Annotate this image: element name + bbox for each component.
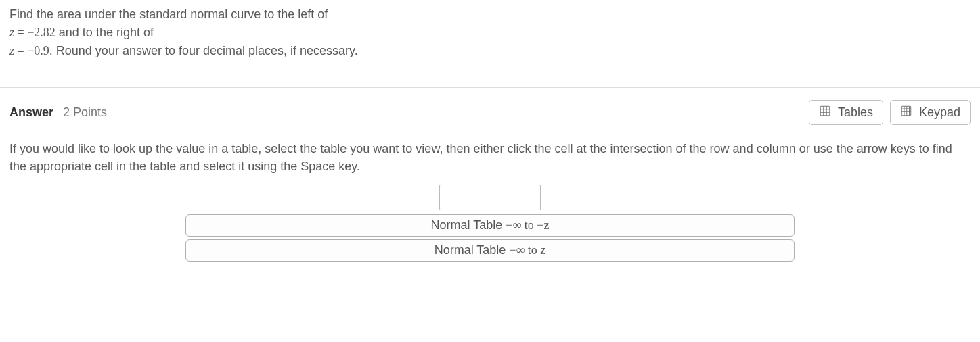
- points-label: 2 Points: [63, 105, 107, 120]
- keypad-button[interactable]: Keypad: [890, 100, 971, 125]
- tables-button-label: Tables: [838, 105, 873, 120]
- keypad-grid-icon: [900, 105, 912, 120]
- answer-header-left: Answer 2 Points: [9, 105, 107, 120]
- z1-eq: =: [14, 26, 27, 39]
- normal-table-neg-z-prefix: Normal Table: [431, 218, 506, 232]
- z1-var: z: [9, 26, 14, 39]
- table-grid-icon: [819, 105, 831, 120]
- answer-input[interactable]: [439, 185, 541, 210]
- z2-neg: −: [27, 44, 34, 57]
- instructions-text: If you would like to look up the value i…: [0, 137, 980, 185]
- keypad-button-label: Keypad: [919, 105, 960, 120]
- question-line2-tail: and to the right of: [55, 26, 154, 39]
- answer-label: Answer: [9, 105, 53, 120]
- z2-val: 0.9: [34, 44, 49, 57]
- answer-area: Normal Table −∞ to −z Normal Table −∞ to…: [0, 185, 980, 268]
- z1-neg: −: [27, 26, 34, 39]
- normal-table-pos-z-button[interactable]: Normal Table −∞ to z: [185, 239, 795, 262]
- tables-button[interactable]: Tables: [809, 100, 883, 125]
- z2-var: z: [9, 44, 14, 57]
- normal-table-pos-z-range: −∞ to z: [509, 243, 545, 257]
- z2-eq: =: [14, 44, 27, 57]
- z1-val: 2.82: [34, 26, 55, 39]
- question-line3-tail: . Round your answer to four decimal plac…: [49, 44, 358, 57]
- normal-table-neg-z-range: −∞ to −z: [506, 218, 549, 232]
- normal-table-neg-z-button[interactable]: Normal Table −∞ to −z: [185, 214, 795, 237]
- answer-header-row: Answer 2 Points Tables Keypad: [0, 88, 980, 137]
- svg-rect-0: [820, 106, 830, 116]
- tool-button-group: Tables Keypad: [809, 100, 971, 125]
- question-text: Find the area under the standard normal …: [0, 0, 980, 87]
- normal-table-pos-z-prefix: Normal Table: [435, 243, 510, 257]
- question-line1: Find the area under the standard normal …: [9, 7, 328, 21]
